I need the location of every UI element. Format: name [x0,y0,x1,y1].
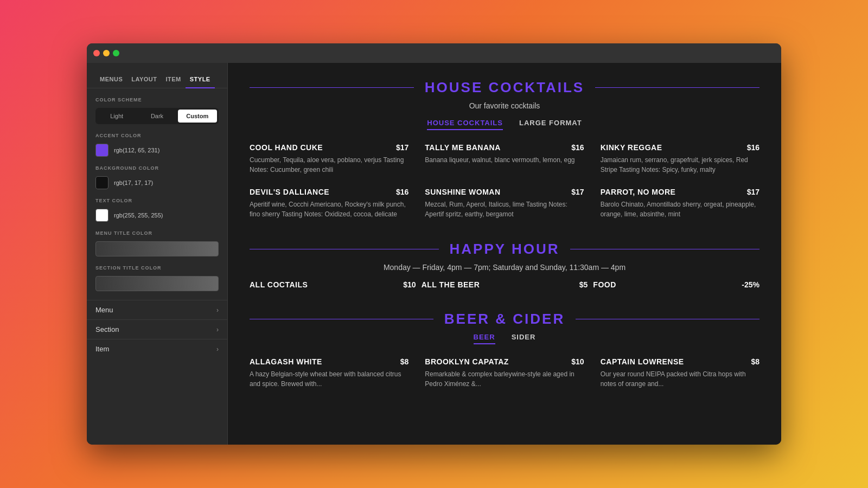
accent-color-section: ACCENT COLOR rgb(112, 65, 231) [87,133,227,165]
text-color-label: TEXT COLOR [95,198,219,203]
item-name: BROOKLYN CAPATAZ [425,357,508,366]
tab-beer[interactable]: BEER [474,333,495,344]
text-color-swatch[interactable] [95,209,108,222]
tab-item[interactable]: ITEM [161,72,185,88]
item-desc: Barolo Chinato, Amontillado sherry, orge… [601,200,760,219]
item-desc: Aperitif wine, Cocchi Americano, Rockey'… [250,200,409,219]
item-price: $8 [400,357,409,366]
tab-house-cocktails[interactable]: HOUSE COCKTAILS [427,119,503,130]
house-cocktails-title: HOUSE COCKTAILS [414,79,595,96]
item-header: TALLY ME BANANA $16 [425,143,584,152]
section-title-color-preview[interactable] [95,276,219,291]
item-name: KINKY REGGAE [601,143,662,152]
background-color-section: BACKGROUND COLOR rgb(17, 17, 17) [87,165,227,198]
text-color-row: rgb(255, 255, 255) [95,209,219,222]
menu-title-color-label: MENU TITLE COLOR [95,230,219,236]
beer-cider-title: BEER & CIDER [433,311,576,328]
close-button[interactable] [93,50,100,56]
item-desc: A hazy Belgian-style wheat beer with bal… [250,369,409,389]
item-price: $10 [571,357,584,366]
scheme-custom-button[interactable]: Custom [178,110,217,123]
item-header: PARROT, NO MORE $17 [601,188,760,196]
happy-hour-header: HAPPY HOUR [250,241,760,258]
item-name: CAPTAIN LOWRENSE [601,357,684,366]
sidebar-item-item[interactable]: Item › [87,339,227,358]
sidebar-item-section[interactable]: Section › [87,319,227,339]
list-item: CAPTAIN LOWRENSE $8 Our year round NEIPA… [601,357,760,389]
item-desc: Mezcal, Rum, Aperol, Italicus, lime Tast… [425,200,584,219]
item-name: SUNSHINE WOMAN [425,188,500,196]
list-item: ALL THE BEER $5 [422,280,588,289]
house-cocktails-header: HOUSE COCKTAILS [250,79,760,96]
sidebar-item-section-label: Section [95,325,119,333]
sidebar-item-menu[interactable]: Menu › [87,300,227,319]
item-header: BROOKLYN CAPATAZ $10 [425,357,584,366]
background-color-value: rgb(17, 17, 17) [114,179,153,186]
item-name: COOL HAND CUKE [250,143,323,152]
background-color-row: rgb(17, 17, 17) [95,176,219,189]
item-desc: Remarkable & complex barleywine-style al… [425,369,584,389]
list-item: ALLAGASH WHITE $8 A hazy Belgian-style w… [250,357,409,389]
accent-color-value: rgb(112, 65, 231) [114,147,159,153]
main-content: HOUSE COCKTAILS Our favorite cocktails H… [228,63,781,445]
item-price: -25% [742,280,760,289]
happy-hour-section: HAPPY HOUR Monday — Friday, 4pm — 7pm; S… [250,241,760,289]
house-cocktails-section: HOUSE COCKTAILS Our favorite cocktails H… [250,79,760,219]
menu-title-color-preview[interactable] [95,241,219,256]
text-color-section: TEXT COLOR rgb(255, 255, 255) [87,198,227,230]
section-title-color-label: SECTION TITLE COLOR [95,265,219,271]
beer-cider-header: BEER & CIDER [250,311,760,328]
item-price: $16 [396,188,409,196]
tab-sider[interactable]: SIDER [512,333,536,344]
list-item: FOOD -25% [593,280,760,289]
item-desc: Cucumber, Tequila, aloe vera, poblano, v… [250,155,409,175]
background-color-swatch[interactable] [95,176,108,189]
accent-color-swatch[interactable] [95,144,108,157]
section-line-left [250,319,433,319]
tab-large-format[interactable]: LARGE FORMAT [519,119,582,130]
scheme-light-button[interactable]: Light [97,110,136,123]
item-header: ALLAGASH WHITE $8 [250,357,409,366]
section-line-right [570,249,760,249]
item-header: KINKY REGGAE $16 [601,143,760,152]
color-scheme-buttons: Light Dark Custom [95,108,219,124]
house-cocktails-grid: COOL HAND CUKE $17 Cucumber, Tequila, al… [250,143,760,219]
item-name: ALLAGASH WHITE [250,357,322,366]
accent-color-label: ACCENT COLOR [95,133,219,138]
tab-layout[interactable]: LAYOUT [127,72,161,88]
house-cocktails-subtitle: Our favorite cocktails [250,101,760,110]
item-price: $16 [747,143,760,152]
beer-cider-tabs: BEER SIDER [250,333,760,344]
list-item: COOL HAND CUKE $17 Cucumber, Tequila, al… [250,143,409,175]
list-item: BROOKLYN CAPATAZ $10 Remarkable & comple… [425,357,584,389]
tab-style[interactable]: STYLE [186,72,215,88]
happy-hour-items: ALL COCTAILS $10 ALL THE BEER $5 FOOD -2… [250,280,760,289]
titlebar [87,43,781,63]
section-line-left [250,249,439,249]
sidebar-item-menu-label: Menu [95,306,113,314]
list-item: KINKY REGGAE $16 Jamaican rum, serrano, … [601,143,760,175]
minimize-button[interactable] [103,50,110,56]
list-item: SUNSHINE WOMAN $17 Mezcal, Rum, Aperol, … [425,188,584,219]
section-line-right [595,87,760,88]
item-desc: Jamaican rum, serrano, grapefruit, jerk … [601,155,760,175]
item-header: COOL HAND CUKE $17 [250,143,409,152]
item-name: TALLY ME BANANA [425,143,500,152]
beer-cider-grid: ALLAGASH WHITE $8 A hazy Belgian-style w… [250,357,760,389]
item-name: PARROT, NO MORE [601,188,676,196]
item-header: CAPTAIN LOWRENSE $8 [601,357,760,366]
house-cocktails-tabs: HOUSE COCKTAILS LARGE FORMAT [250,119,760,130]
scheme-dark-button[interactable]: Dark [137,110,176,123]
item-price: $16 [571,143,584,152]
maximize-button[interactable] [113,50,119,56]
item-desc: Our year round NEIPA packed with Citra h… [601,369,760,389]
tab-menus[interactable]: MENUS [95,72,127,88]
list-item: DEVIL'S DALLIANCE $16 Aperitif wine, Coc… [250,188,409,219]
item-name: ALL COCTAILS [250,280,308,289]
happy-hour-subtitle: Monday — Friday, 4pm — 7pm; Saturday and… [250,263,760,272]
section-line-left [250,87,414,88]
item-price: $8 [751,357,760,366]
item-price: $17 [396,143,409,152]
item-price: $17 [747,188,760,196]
item-desc: Banana liqueur, walnut, blanc vermouth, … [425,155,584,165]
